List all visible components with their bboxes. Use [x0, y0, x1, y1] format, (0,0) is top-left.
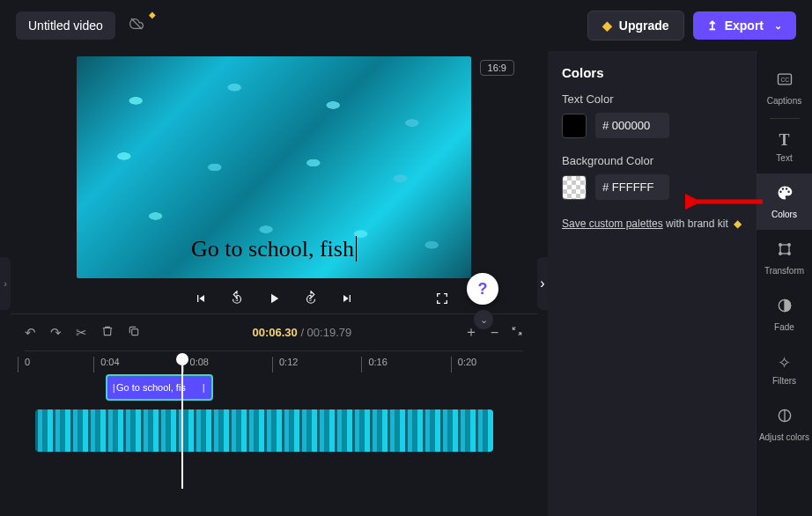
bg-color-swatch[interactable] [562, 175, 587, 200]
svg-rect-3 [132, 329, 138, 335]
diamond-icon: ◆ [149, 10, 156, 19]
palette-icon [776, 184, 794, 206]
chevron-right-icon: › [540, 276, 544, 291]
upload-icon: ↥ [707, 18, 718, 33]
svg-line-0 [131, 18, 142, 29]
rewind-5-icon[interactable]: 5 [229, 291, 245, 306]
cloud-sync-icon[interactable]: ◆ [128, 17, 145, 35]
svg-text:5: 5 [309, 297, 312, 302]
captions-icon: CC [776, 70, 794, 92]
video-clip[interactable] [35, 409, 493, 452]
play-icon[interactable] [266, 291, 282, 306]
rail-fade[interactable]: Fade [757, 286, 812, 343]
bg-color-label: Background Color [562, 154, 742, 167]
aspect-ratio-badge[interactable]: 16:9 [480, 60, 514, 76]
svg-text:5: 5 [236, 297, 239, 302]
split-icon[interactable]: ✂ [76, 325, 87, 341]
caption-text-overlay[interactable]: Go to school, fish [77, 236, 471, 262]
rail-captions[interactable]: CC Captions [757, 60, 812, 116]
svg-rect-7 [780, 245, 789, 254]
tool-rail: CC Captions T Text Colors Transform Fade [756, 51, 812, 516]
adjust-icon [776, 407, 794, 429]
save-palette-link[interactable]: Save custom palettes [562, 217, 663, 230]
text-color-input[interactable] [595, 113, 669, 138]
left-expand-rail[interactable]: › [0, 257, 11, 310]
text-color-label: Text Color [562, 92, 742, 106]
help-button[interactable]: ? [467, 273, 498, 305]
export-label: Export [725, 18, 764, 33]
timeline-toolbar: ↶ ↷ ✂ 00:06.30 / 00:19.79 ＋ − [11, 313, 537, 347]
chevron-right-icon: › [4, 278, 7, 289]
fullscreen-icon[interactable] [435, 291, 449, 306]
zoom-out-icon[interactable]: − [491, 325, 498, 341]
svg-point-11 [787, 253, 790, 255]
colors-panel: Colors Text Color Background Color Save … [548, 51, 756, 516]
filters-icon: ✧ [778, 353, 791, 372]
chevron-down-icon: ⌄ [774, 20, 782, 32]
right-collapse-rail[interactable]: › [537, 257, 548, 310]
rail-colors[interactable]: Colors [757, 173, 812, 230]
undo-icon[interactable]: ↶ [25, 325, 36, 341]
svg-point-9 [787, 244, 790, 247]
skip-start-icon[interactable] [194, 291, 208, 306]
duration: 00:19.79 [307, 326, 352, 339]
text-clip[interactable]: || Go to school, fis || [106, 374, 213, 401]
svg-text:CC: CC [780, 77, 789, 83]
playhead[interactable] [176, 353, 188, 489]
transform-icon [776, 240, 794, 262]
ruler-tick: 0:12 [279, 357, 298, 367]
text-icon: T [779, 131, 789, 150]
collapse-chevron-icon[interactable]: ⌄ [474, 310, 493, 329]
redo-icon[interactable]: ↷ [50, 325, 62, 341]
ruler-tick: 0:08 [190, 357, 209, 367]
timeline[interactable]: 0 0:04 0:08 0:12 0:16 0:20 || Go to scho… [11, 347, 537, 399]
topbar: Untitled video ◆ ◆ Upgrade ↥ Export ⌄ [0, 0, 812, 51]
upgrade-label: Upgrade [619, 18, 669, 33]
duplicate-icon[interactable] [128, 325, 140, 340]
diamond-icon: ◆ [734, 216, 742, 232]
panel-title: Colors [562, 65, 742, 80]
ruler-tick: 0:04 [100, 357, 119, 367]
ruler-tick: 0:16 [368, 357, 387, 367]
svg-point-8 [779, 244, 781, 247]
svg-point-10 [779, 253, 781, 255]
skip-end-icon[interactable] [340, 291, 354, 306]
current-time: 00:06.30 [252, 326, 297, 339]
fade-icon [776, 297, 794, 319]
timeline-ruler: 0 0:04 0:08 0:12 0:16 0:20 [25, 350, 523, 374]
ruler-tick: 0:20 [458, 357, 476, 367]
export-button[interactable]: ↥ Export ⌄ [693, 11, 796, 40]
rail-adjust-colors[interactable]: Adjust colors [757, 396, 812, 453]
project-title[interactable]: Untitled video [16, 11, 115, 40]
forward-5-icon[interactable]: 5 [303, 291, 319, 306]
rail-transform[interactable]: Transform [757, 230, 812, 286]
fit-zoom-icon[interactable] [511, 325, 523, 341]
preview-canvas[interactable]: Go to school, fish [77, 56, 471, 278]
bg-color-input[interactable] [595, 174, 669, 200]
save-palette-hint: Save custom palettes with brand kit ◆ [562, 216, 742, 232]
rail-text[interactable]: T Text [757, 121, 812, 173]
timecode-display: 00:06.30 / 00:19.79 [154, 326, 450, 339]
rail-filters[interactable]: ✧ Filters [757, 343, 812, 396]
diamond-icon: ◆ [602, 18, 612, 33]
ruler-tick: 0 [25, 357, 30, 367]
text-color-swatch[interactable] [562, 114, 587, 138]
delete-icon[interactable] [101, 325, 114, 340]
upgrade-button[interactable]: ◆ Upgrade [587, 11, 684, 41]
